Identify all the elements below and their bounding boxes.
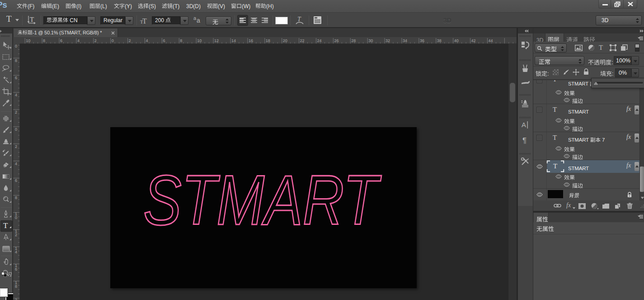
svg-text:2: 2 [15,233,17,237]
svg-text:6: 6 [163,38,165,43]
svg-text:36: 36 [420,38,424,43]
svg-text:18: 18 [266,38,270,43]
svg-text:0: 0 [15,127,17,132]
svg-text:8: 8 [15,195,17,200]
svg-text:8: 8 [43,38,45,43]
svg-text:4: 4 [15,93,17,97]
svg-text:34: 34 [403,38,407,43]
svg-text:2: 2 [94,38,97,43]
svg-text:10: 10 [197,38,202,43]
svg-text:A: A [522,121,526,129]
svg-text:10: 10 [26,38,30,43]
svg-text:0: 0 [112,38,114,43]
svg-text:6: 6 [15,267,17,271]
svg-text:6: 6 [60,38,62,43]
svg-text:38: 38 [437,38,442,43]
svg-text:2: 2 [15,110,17,114]
svg-text:T: T [142,17,147,25]
svg-text:4: 4 [77,38,80,43]
svg-text:4: 4 [15,250,17,254]
svg-text:12: 12 [214,38,219,43]
svg-text:22: 22 [300,38,305,43]
svg-text:24: 24 [317,38,322,43]
svg-text:¶: ¶ [522,136,526,145]
svg-text:6: 6 [15,178,17,183]
svg-text:40: 40 [454,38,459,43]
svg-text:0: 0 [15,44,17,48]
svg-text:32: 32 [385,38,390,43]
svg-text:T: T [297,16,301,23]
svg-text:6: 6 [15,76,17,80]
svg-text:4: 4 [146,38,148,43]
svg-text:4: 4 [15,162,17,166]
svg-text:26: 26 [334,38,338,43]
svg-text:20: 20 [283,38,287,43]
svg-text:0: 0 [15,215,17,220]
svg-text:44: 44 [489,38,493,43]
svg-text:16: 16 [249,38,253,43]
svg-text:30: 30 [368,38,373,43]
svg-text:2: 2 [15,298,17,300]
svg-text:T: T [30,16,34,23]
svg-text:28: 28 [351,38,356,43]
svg-text:8: 8 [15,284,17,289]
svg-text:42: 42 [471,38,476,43]
svg-text:14: 14 [231,38,236,43]
svg-text:8: 8 [15,58,17,63]
svg-text:2: 2 [15,144,17,149]
svg-text:2: 2 [129,38,131,43]
svg-text:8: 8 [180,38,182,43]
